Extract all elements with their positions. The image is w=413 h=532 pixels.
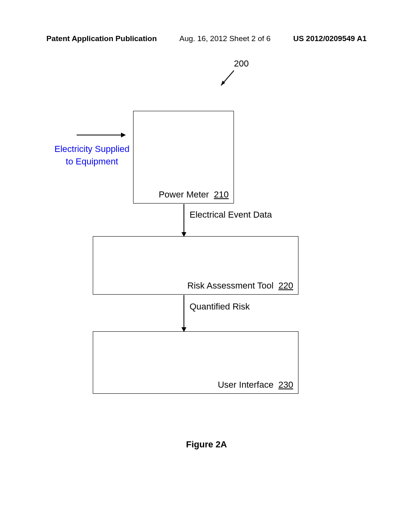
- user-interface-box: User Interface 230: [93, 331, 298, 394]
- input-label: Electricity Supplied to Equipment: [54, 143, 129, 168]
- flow-arrow-2-icon: [184, 295, 184, 331]
- user-interface-label: User Interface 230: [218, 380, 293, 390]
- input-label-line1: Electricity Supplied: [54, 144, 129, 154]
- header-sheet-info: Aug. 16, 2012 Sheet 2 of 6: [179, 34, 271, 43]
- user-interface-ref: 230: [278, 380, 293, 390]
- input-arrow-icon: [77, 135, 125, 135]
- callout-arrow-icon: [218, 69, 238, 89]
- input-label-line2: to Equipment: [66, 156, 118, 166]
- flow-label-2: Quantified Risk: [190, 301, 250, 312]
- risk-assessment-label: Risk Assessment Tool 220: [188, 281, 293, 291]
- header-publication: Patent Application Publication: [46, 34, 157, 43]
- flow-label-1: Electrical Event Data: [190, 210, 272, 220]
- header-patent-number: US 2012/0209549 A1: [293, 34, 367, 43]
- risk-assessment-box: Risk Assessment Tool 220: [93, 236, 298, 295]
- power-meter-ref: 210: [214, 189, 229, 200]
- page-header: Patent Application Publication Aug. 16, …: [0, 34, 413, 43]
- figure-caption: Figure 2A: [0, 439, 413, 450]
- diagram-reference-number: 200: [234, 58, 249, 69]
- risk-tool-ref: 220: [278, 281, 293, 291]
- power-meter-label: Power Meter 210: [159, 189, 229, 200]
- flow-arrow-1-icon: [184, 204, 184, 236]
- power-meter-box: Power Meter 210: [133, 111, 234, 204]
